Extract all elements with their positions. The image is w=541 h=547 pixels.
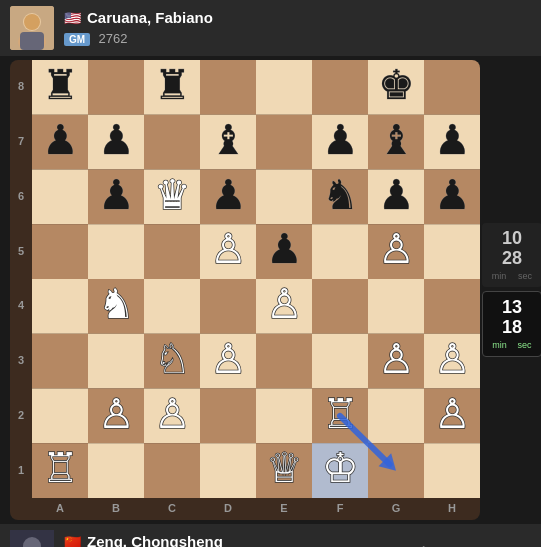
top-clock-sec-label: sec [518,271,532,281]
bottom-player-bar: 🇨🇳 Zeng, Chongsheng GM 2501 ⏱ Move Time:… [0,524,541,547]
bottom-player-info: 🇨🇳 Zeng, Chongsheng GM 2501 [64,533,223,547]
svg-point-3 [24,14,40,30]
bottom-player-name-row: 🇨🇳 Zeng, Chongsheng [64,533,223,547]
top-player-title-row: GM 2762 [64,29,213,47]
bottom-clock-min-label: min [492,340,507,350]
top-player-photo [10,6,54,50]
chess-board[interactable] [10,60,480,520]
top-clock: 10 28 min sec [482,223,541,287]
top-clock-seconds: 28 [502,248,522,268]
top-player-bar: 🇺🇸 Caruana, Fabiano GM 2762 [0,0,541,56]
top-clock-minutes: 10 [502,228,522,248]
top-player-avatar [10,6,54,50]
top-player-name: Caruana, Fabiano [87,9,213,26]
bottom-player-name: Zeng, Chongsheng [87,533,223,547]
bottom-clock: 13 18 min sec [482,291,541,357]
top-clock-labels: min sec [486,271,538,281]
bottom-clock-time: 13 18 [487,298,537,338]
top-player-rating: 2762 [99,31,128,46]
top-player-info: 🇺🇸 Caruana, Fabiano GM 2762 [64,9,213,47]
svg-rect-4 [20,32,44,50]
main-area: 10 28 min sec 13 18 min sec [0,56,541,524]
top-clock-time: 10 28 [486,229,538,269]
bottom-clock-minutes: 13 [502,297,522,317]
clock-panel: 10 28 min sec 13 18 min sec [482,223,541,356]
bottom-clock-sec-label: sec [518,340,532,350]
top-player-flag: 🇺🇸 [64,10,81,26]
bottom-clock-labels: min sec [487,340,537,350]
top-clock-min-label: min [492,271,507,281]
chess-board-container [10,60,480,520]
top-player-title: GM [64,33,90,46]
bottom-player-avatar [10,530,54,547]
bottom-player-flag: 🇨🇳 [64,534,81,548]
top-player-name-row: 🇺🇸 Caruana, Fabiano [64,9,213,26]
bottom-clock-seconds: 18 [502,317,522,337]
